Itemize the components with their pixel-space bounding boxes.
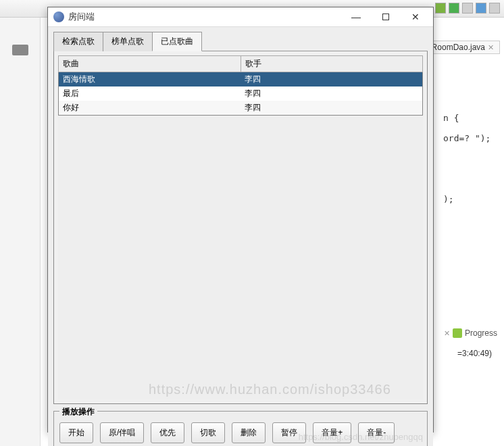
minimize-button[interactable]: —	[341, 7, 371, 26]
tab-search-song[interactable]: 检索点歌	[53, 32, 103, 51]
progress-label: Progress	[465, 328, 497, 338]
tool-icon[interactable]	[462, 3, 473, 14]
song-table-container: 歌曲 歌手 西海情歌 李四 最后 李四	[53, 51, 428, 404]
progress-view[interactable]: ✕ Progress	[444, 328, 497, 338]
close-icon[interactable]: ✕	[444, 329, 450, 338]
maximize-button[interactable]	[371, 7, 401, 26]
tab-chart-song[interactable]: 榜单点歌	[103, 32, 153, 51]
close-icon[interactable]: ✕	[488, 43, 494, 52]
cell-song: 你好	[59, 101, 241, 116]
cell-artist: 李四	[241, 101, 423, 116]
editor-tab[interactable]: *RoomDao.java ✕	[422, 41, 500, 54]
progress-icon	[453, 328, 462, 338]
table-empty-area	[58, 116, 423, 399]
play-section-title: 播放操作	[59, 406, 97, 418]
tool-icon-3[interactable]	[489, 3, 500, 14]
cell-song: 西海情歌	[59, 72, 241, 87]
table-row[interactable]: 你好 李四	[59, 101, 423, 116]
cell-song: 最后	[59, 86, 241, 101]
titlebar: 房间端 — ✕	[48, 7, 433, 27]
song-table: 歌曲 歌手 西海情歌 李四 最后 李四	[58, 55, 423, 116]
table-row[interactable]: 最后 李四	[59, 86, 423, 101]
col-artist[interactable]: 歌手	[241, 56, 423, 72]
time-label: =3:40:49)	[457, 349, 492, 358]
delete-button[interactable]: 删除	[232, 422, 266, 443]
skip-song-button[interactable]: 切歌	[191, 422, 225, 443]
editor-tab-label: *RoomDao.java	[428, 43, 485, 52]
play-operations-panel: 播放操作 开始 原/伴唱 优先 切歌 删除 暂停 音量+ 音量-	[53, 411, 428, 446]
debug-icon[interactable]	[449, 3, 459, 14]
package-icon[interactable]	[12, 45, 28, 55]
pause-button[interactable]: 暂停	[272, 422, 306, 443]
window-title: 房间端	[68, 11, 341, 23]
ide-sidebar	[0, 18, 41, 446]
table-row[interactable]: 西海情歌 李四	[59, 72, 423, 87]
tool-icon-2[interactable]	[476, 3, 486, 14]
priority-button[interactable]: 优先	[151, 422, 184, 443]
run-icon[interactable]	[435, 3, 446, 14]
tab-queued-songs[interactable]: 已点歌曲	[152, 32, 202, 51]
volume-up-button[interactable]: 音量+	[313, 422, 351, 443]
cell-artist: 李四	[241, 86, 423, 101]
app-icon	[53, 11, 64, 22]
tabs-row: 检索点歌 榜单点歌 已点歌曲	[53, 31, 428, 51]
volume-down-button[interactable]: 音量-	[358, 422, 395, 443]
start-button[interactable]: 开始	[59, 422, 93, 443]
vocal-backing-button[interactable]: 原/伴唱	[100, 422, 144, 443]
col-song[interactable]: 歌曲	[59, 56, 241, 72]
code-snippet: n { ord=? "); );	[443, 108, 497, 209]
room-client-dialog: 房间端 — ✕ 检索点歌 榜单点歌 已点歌曲 歌曲 歌手	[47, 7, 434, 432]
close-button[interactable]: ✕	[401, 7, 430, 26]
cell-artist: 李四	[241, 72, 423, 87]
